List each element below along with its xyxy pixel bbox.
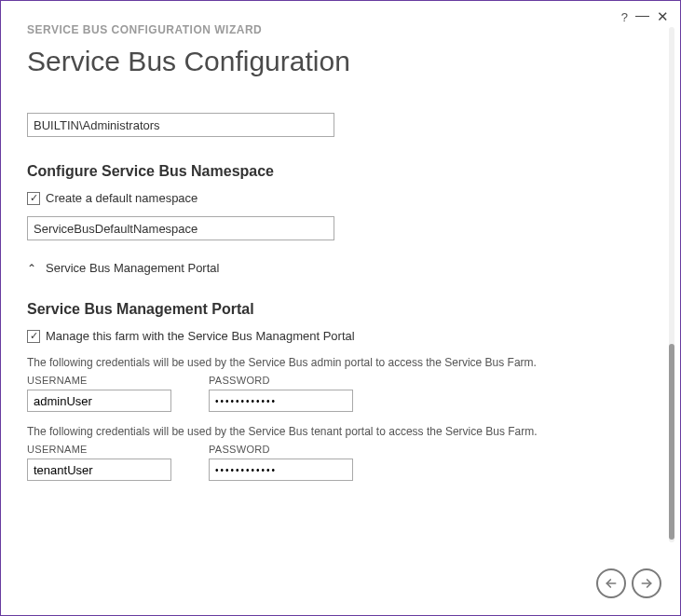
chevron-up-icon: ⌃ (27, 262, 38, 275)
checkbox-label: Create a default namespace (46, 191, 197, 205)
arrow-right-icon (639, 576, 654, 591)
username-label: USERNAME (27, 375, 171, 386)
back-button[interactable] (596, 568, 626, 598)
wizard-label: SERVICE BUS CONFIGURATION WIZARD (27, 23, 647, 36)
minimize-icon[interactable]: — (635, 7, 649, 22)
create-namespace-checkbox[interactable]: ✓ Create a default namespace (27, 191, 647, 205)
close-icon[interactable]: ✕ (657, 8, 669, 25)
help-icon[interactable]: ? (621, 10, 628, 24)
checkbox-icon: ✓ (27, 192, 40, 205)
titlebar: ? — ✕ (1, 1, 680, 25)
username-label: USERNAME (27, 444, 171, 455)
scroll-container: SERVICE BUS CONFIGURATION WIZARD Service… (27, 23, 652, 550)
wizard-window: ? — ✕ SERVICE BUS CONFIGURATION WIZARD S… (0, 0, 681, 616)
password-label: PASSWORD (209, 375, 353, 386)
namespace-heading: Configure Service Bus Namespace (27, 163, 647, 180)
admin-creds-row: USERNAME PASSWORD (27, 375, 647, 412)
arrow-left-icon (604, 576, 619, 591)
page-title: Service Bus Configuration (27, 46, 647, 77)
checkbox-icon: ✓ (27, 330, 40, 343)
tenant-password-input[interactable] (209, 459, 353, 481)
nav-button-group (596, 568, 661, 598)
portal-expander[interactable]: ⌃ Service Bus Management Portal (27, 261, 647, 275)
portal-heading: Service Bus Management Portal (27, 301, 647, 318)
scrollbar-track[interactable] (669, 27, 674, 542)
content-area: SERVICE BUS CONFIGURATION WIZARD Service… (27, 23, 652, 550)
admin-creds-description: The following credentials will be used b… (27, 356, 647, 369)
next-button[interactable] (632, 568, 661, 598)
admin-password-input[interactable] (209, 390, 353, 412)
manage-farm-checkbox[interactable]: ✓ Manage this farm with the Service Bus … (27, 329, 647, 343)
admin-group-input[interactable] (27, 113, 334, 137)
namespace-input[interactable] (27, 216, 334, 240)
tenant-creds-row: USERNAME PASSWORD (27, 444, 647, 481)
password-label: PASSWORD (209, 444, 353, 455)
scrollbar-thumb[interactable] (669, 344, 674, 540)
checkbox-label: Manage this farm with the Service Bus Ma… (46, 329, 355, 343)
tenant-username-input[interactable] (27, 459, 171, 481)
admin-username-input[interactable] (27, 390, 171, 412)
tenant-creds-description: The following credentials will be used b… (27, 425, 647, 438)
expander-label: Service Bus Management Portal (46, 261, 219, 275)
